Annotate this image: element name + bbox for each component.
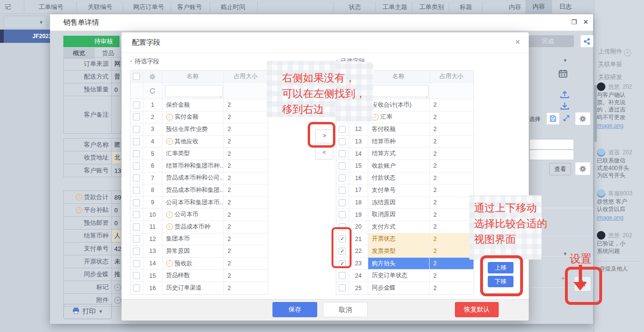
tab-content[interactable]: 内容 (525, 0, 552, 13)
row-checkbox[interactable] (133, 223, 140, 231)
field-row[interactable]: 13异常原因2 (131, 245, 268, 258)
row-checkbox[interactable] (339, 187, 346, 194)
add-icon[interactable]: + (114, 284, 121, 291)
field-row[interactable]: 12客付税额2 (336, 123, 473, 136)
view-settings-button[interactable] (575, 112, 591, 125)
row-checkbox[interactable] (339, 211, 346, 218)
refresh-icon[interactable] (149, 88, 156, 94)
collapse-arrow-icon[interactable]: ^ (426, 96, 428, 101)
minimize-icon[interactable]: ❐ (571, 19, 577, 26)
row-checkbox[interactable] (339, 138, 346, 145)
field-row[interactable]: 6结算币种和集团币种...2 (131, 160, 268, 172)
download-icon[interactable] (560, 102, 569, 112)
cancel-button[interactable]: 取消 (323, 302, 368, 317)
field-value[interactable]: 未 (111, 255, 121, 268)
row-checkbox[interactable] (339, 284, 346, 292)
row-checkbox[interactable] (339, 126, 346, 133)
view-button[interactable]: 查看 (549, 163, 571, 175)
row-checkbox[interactable] (133, 101, 140, 109)
field-value[interactable]: 0 (111, 217, 121, 229)
save-view-button[interactable] (546, 112, 560, 125)
header-column-4[interactable]: 客户账号 (177, 3, 202, 11)
field-row[interactable]: 2i实付金额2 (131, 111, 268, 124)
add-icon[interactable]: + (561, 274, 565, 282)
field-value[interactable]: 北 (111, 151, 121, 164)
close-icon[interactable]: × (583, 17, 588, 27)
add-icon[interactable]: + (114, 297, 121, 304)
attachment-link[interactable]: image.png (597, 122, 624, 129)
field-row[interactable]: 3预估仓库作业费2 (131, 123, 268, 136)
header-column-1[interactable]: 工单编号 (39, 3, 63, 11)
field-row[interactable]: 18冻结原因2 (336, 197, 473, 209)
save-button[interactable]: 保存 (272, 302, 317, 317)
field-row[interactable]: ✓22发票类型2 (336, 245, 473, 258)
row-checkbox[interactable] (133, 211, 140, 218)
restore-default-button[interactable]: 恢复默认 (455, 302, 499, 317)
filter-dropdown[interactable]: ▼ (4, 16, 47, 28)
field-row[interactable]: 15收款账户2 (336, 160, 473, 172)
row-checkbox[interactable] (133, 187, 140, 194)
mention-input[interactable] (598, 265, 643, 272)
header-column-8[interactable]: 工单类别 (419, 3, 444, 11)
move-left-button[interactable]: < (315, 146, 333, 160)
expand-button[interactable] (560, 112, 573, 124)
field-value[interactable]: 42 (111, 242, 121, 255)
field-value[interactable]: 网 (111, 58, 121, 70)
field-row[interactable]: 20支付方式2 (336, 221, 473, 233)
complete-button[interactable]: 完成 (522, 35, 574, 47)
print-button[interactable]: 打印 ▼ (63, 304, 112, 319)
field-row[interactable]: 9公司本币和集团本币...2 (131, 197, 268, 209)
field-value[interactable]: + (111, 281, 121, 293)
field-value[interactable]: + (111, 294, 121, 306)
header-column-7[interactable]: 工单主题 (382, 3, 407, 11)
calendar-icon[interactable] (559, 70, 567, 80)
row-checkbox[interactable] (133, 248, 140, 255)
row-checkbox[interactable] (339, 150, 346, 157)
field-value[interactable] (111, 96, 121, 133)
header-column-5[interactable]: 截止时间 (221, 3, 245, 11)
field-row[interactable]: 1保价金额2 (131, 99, 268, 111)
header-column-6[interactable]: 状态 (349, 3, 361, 11)
input-field[interactable] (529, 139, 574, 150)
field-value[interactable]: 普 (111, 70, 121, 83)
field-row[interactable]: 19取消原因2 (336, 209, 473, 221)
add-icon[interactable]: + (624, 49, 631, 56)
row-checkbox[interactable] (133, 272, 140, 279)
gear-icon[interactable] (149, 73, 156, 80)
header-column-0[interactable]: 记 (5, 3, 11, 11)
collapse-arrow-icon[interactable]: ^ (220, 96, 222, 101)
field-row[interactable]: 24历史订单状态2 (336, 270, 473, 282)
choose-button[interactable]: 选择 (529, 115, 541, 123)
name-filter-input[interactable] (165, 85, 223, 97)
field-value[interactable]: 0 (111, 204, 121, 216)
row-checkbox[interactable] (133, 284, 140, 292)
chevron-down-icon[interactable]: ▼ (563, 252, 567, 256)
header-column-2[interactable]: 关联编号 (88, 3, 112, 11)
header-column-3[interactable]: 网店订单号 (133, 3, 164, 11)
close-icon[interactable]: × (515, 37, 520, 47)
field-row[interactable]: 10i公司本币2 (131, 209, 268, 221)
row-checkbox[interactable] (133, 260, 140, 267)
field-row[interactable]: 8货品成本币种和集团...2 (131, 184, 268, 197)
field-value[interactable]: 0 (111, 83, 121, 96)
selected-workorder-row[interactable]: JF2023 (4, 30, 51, 43)
row-checkbox[interactable] (339, 174, 346, 181)
field-row[interactable]: 4i其他应收2 (131, 136, 268, 148)
field-value[interactable]: 推 (111, 268, 121, 281)
field-row[interactable]: 14结算方式2 (336, 148, 473, 160)
name-filter-input[interactable] (371, 85, 429, 97)
field-row[interactable]: 7货品成本币种和公司...2 (131, 172, 268, 185)
row-checkbox[interactable] (133, 126, 140, 133)
attachment-link[interactable]: image.png (597, 214, 624, 221)
input-field[interactable] (529, 150, 574, 160)
field-row[interactable]: 17支付单号2 (336, 184, 473, 197)
row-checkbox[interactable] (133, 138, 140, 145)
row-checkbox[interactable] (133, 235, 140, 242)
field-row[interactable]: 16历史订单渠道2 (131, 282, 268, 294)
tab-log[interactable]: 日志 (554, 0, 577, 13)
row-checkbox[interactable] (339, 272, 346, 279)
field-row[interactable]: 16付款状态2 (336, 172, 473, 185)
field-row[interactable]: 12集团本币2 (131, 233, 268, 246)
row-checkbox[interactable] (133, 150, 140, 157)
row-checkbox[interactable] (133, 199, 140, 206)
